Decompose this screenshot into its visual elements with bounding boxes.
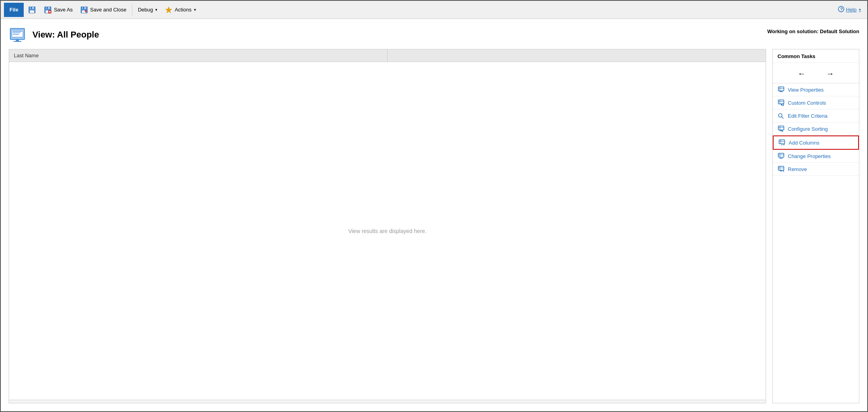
- task-edit-filter[interactable]: Edit Filter Criteria: [773, 109, 859, 122]
- table-area: Last Name View results are displayed her…: [9, 49, 766, 403]
- svg-rect-30: [778, 100, 784, 104]
- task-add-columns[interactable]: Add Columns: [773, 135, 859, 150]
- col-header-empty: [388, 49, 766, 62]
- svg-point-35: [779, 114, 782, 117]
- svg-rect-51: [778, 166, 784, 170]
- task-remove[interactable]: Remove: [773, 163, 859, 176]
- debug-button[interactable]: Debug ▾: [135, 3, 160, 17]
- svg-rect-37: [778, 126, 784, 130]
- common-tasks-panel: Common Tasks ← →: [772, 49, 859, 403]
- svg-rect-47: [778, 153, 784, 157]
- view-header: View: All People Working on solution: De…: [1, 19, 867, 49]
- svg-marker-16: [166, 7, 172, 13]
- save-as-icon: x: [43, 6, 52, 14]
- custom-controls-icon: [778, 99, 785, 106]
- svg-rect-23: [13, 34, 19, 35]
- save-icon: [28, 6, 36, 14]
- add-columns-icon: [778, 139, 785, 146]
- task-list: View Properties Custom C: [773, 83, 859, 176]
- nav-forward-button[interactable]: →: [824, 68, 836, 79]
- svg-rect-24: [16, 40, 19, 41]
- svg-rect-21: [13, 31, 22, 32]
- view-properties-icon: [778, 86, 785, 93]
- toolbar: File x: [1, 1, 867, 19]
- task-custom-controls-label: Custom Controls: [788, 100, 826, 106]
- save-and-close-button[interactable]: Save and Close: [77, 3, 130, 17]
- task-configure-sorting[interactable]: Configure Sorting: [773, 122, 859, 135]
- svg-rect-22: [13, 32, 21, 33]
- task-add-columns-label: Add Columns: [789, 140, 819, 146]
- task-change-properties[interactable]: Change Properties: [773, 150, 859, 163]
- body-layout: Last Name View results are displayed her…: [1, 49, 867, 411]
- save-and-close-icon: [80, 6, 88, 14]
- change-properties-icon: [778, 152, 785, 160]
- separator-1: [132, 4, 132, 16]
- view-icon: [9, 25, 28, 44]
- common-tasks-title: Common Tasks: [773, 49, 859, 63]
- save-and-close-label: Save and Close: [90, 7, 126, 13]
- debug-label: Debug: [138, 7, 153, 13]
- configure-sorting-icon: [778, 125, 785, 132]
- remove-icon: [778, 166, 785, 173]
- save-as-label: Save As: [54, 7, 73, 13]
- nav-back-button[interactable]: ←: [795, 68, 808, 79]
- help-circle-icon: ?: [838, 6, 844, 13]
- table-footer: [9, 400, 766, 403]
- help-button[interactable]: ? Help ▾: [835, 4, 864, 15]
- svg-rect-3: [31, 7, 32, 9]
- task-view-properties-label: View Properties: [788, 87, 824, 93]
- file-button[interactable]: File: [4, 3, 24, 17]
- edit-filter-icon: [778, 112, 785, 119]
- table-empty-message: View results are displayed here.: [348, 228, 426, 234]
- page-title: View: All People: [32, 30, 99, 40]
- save-as-button[interactable]: x Save As: [40, 3, 76, 17]
- actions-label: Actions: [175, 7, 192, 13]
- debug-dropdown-icon: ▾: [155, 8, 157, 12]
- svg-rect-41: [779, 140, 785, 144]
- main-content: View: All People Working on solution: De…: [1, 19, 867, 411]
- svg-rect-26: [778, 87, 784, 91]
- svg-point-33: [782, 104, 784, 106]
- table-header: Last Name: [9, 49, 766, 62]
- view-title-area: View: All People: [9, 25, 99, 44]
- help-label: Help: [846, 7, 857, 13]
- actions-icon: [164, 6, 173, 14]
- svg-rect-25: [13, 41, 21, 42]
- task-remove-label: Remove: [788, 166, 807, 172]
- task-custom-controls[interactable]: Custom Controls: [773, 96, 859, 109]
- col-header-lastname: Last Name: [9, 49, 388, 62]
- solution-info: Working on solution: Default Solution: [767, 25, 859, 34]
- task-edit-filter-label: Edit Filter Criteria: [788, 113, 827, 119]
- actions-button[interactable]: Actions ▾: [161, 3, 199, 17]
- svg-rect-7: [47, 7, 48, 9]
- table-body: View results are displayed here.: [9, 62, 766, 400]
- task-view-properties[interactable]: View Properties: [773, 83, 859, 96]
- svg-line-36: [782, 117, 784, 119]
- svg-text:?: ?: [840, 7, 843, 11]
- save-button[interactable]: [24, 3, 40, 17]
- svg-rect-2: [30, 10, 34, 13]
- task-change-properties-label: Change Properties: [788, 153, 830, 159]
- nav-arrows: ← →: [773, 63, 859, 83]
- help-dropdown-icon: ▾: [859, 8, 861, 12]
- svg-rect-13: [83, 7, 84, 9]
- actions-dropdown-icon: ▾: [194, 8, 196, 12]
- task-configure-sorting-label: Configure Sorting: [788, 126, 828, 132]
